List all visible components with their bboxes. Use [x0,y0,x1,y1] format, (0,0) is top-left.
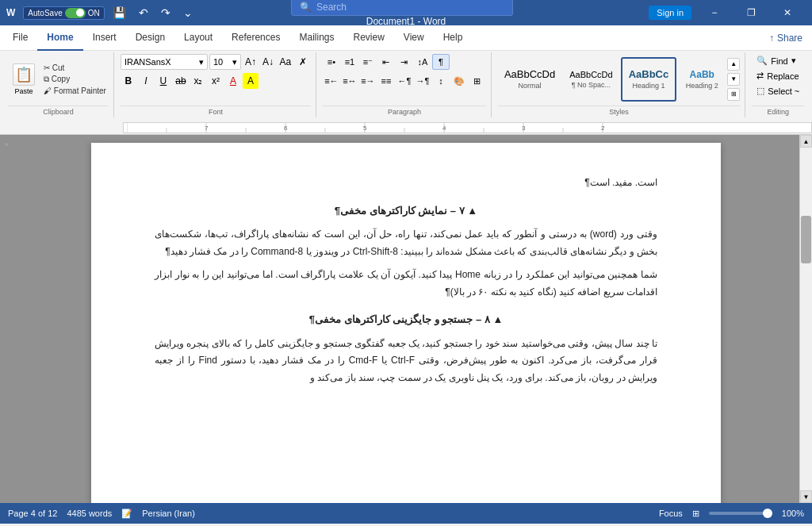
tab-references[interactable]: References [222,25,289,51]
search-icon: 🔍 [300,2,312,13]
scroll-up-button[interactable]: ▲ [800,135,812,148]
styles-group: AaBbCcDd Normal AaBbCcDd ¶ No Spac... Aa… [493,52,745,117]
heading-8: ▲ ۸ – جستجو و جایگزینی کاراکترهای مخفی¶ [155,310,657,328]
align-right-button[interactable]: ≡→ [359,73,377,89]
font-label: Font [121,106,311,116]
decrease-indent-button[interactable]: ⇤ [377,54,395,70]
find-button[interactable]: 🔍 Find ▾ [752,54,800,67]
scrollbar-track[interactable] [800,148,812,490]
tab-review[interactable]: Review [343,25,393,51]
minimize-button[interactable]: − [696,0,733,25]
undo-icon[interactable]: ↶ [136,5,151,21]
cut-button[interactable]: ✂ Cut [41,63,109,73]
justify-button[interactable]: ≡≡ [377,73,395,89]
redo-icon[interactable]: ↷ [158,5,174,21]
copy-button[interactable]: ⧉ Copy [41,74,109,85]
multilevel-button[interactable]: ≡⁻ [359,54,377,70]
page-container[interactable]: است. مفید. است¶ ▲ ۷ – نمایش کاراکترهای م… [13,135,799,503]
underline-button[interactable]: U [155,73,171,89]
svg-text:2: 2 [601,125,605,132]
autosave-badge[interactable]: AutoSave ON [23,6,104,20]
font-row2: B I U ab x₂ x² A A [121,73,259,89]
zoom-slider[interactable] [709,512,772,515]
autosave-toggle[interactable] [65,8,86,18]
bullets-button[interactable]: ≡• [323,54,340,70]
font-family-select[interactable]: IRANSansX ▾ [121,54,208,70]
find-dropdown-icon: ▾ [791,56,796,66]
share-button[interactable]: ↑ Share [763,29,809,47]
scroll-down-button[interactable]: ▼ [800,490,812,503]
tab-view[interactable]: View [394,25,434,51]
style-normal-label: Normal [519,82,542,90]
sign-in-button[interactable]: Sign in [649,6,691,20]
customize-icon[interactable]: ⌄ [180,5,196,21]
style-heading2[interactable]: AaBb Heading 2 [678,57,726,102]
focus-button[interactable]: Focus [659,509,683,518]
paragraph-content: ≡• ≡1 ≡⁻ ⇤ ⇥ ↕A ¶ ≡← ≡↔ ≡→ ≡≡ ←¶ →¶ ↕ 🎨 … [323,54,486,104]
document-page[interactable]: است. مفید. است¶ ▲ ۷ – نمایش کاراکترهای م… [91,143,721,503]
size-dropdown-icon: ▾ [232,57,237,67]
right-scrollbar[interactable]: ▲ ▼ [799,135,812,503]
align-center-button[interactable]: ≡↔ [341,73,358,89]
zoom-thumb[interactable] [763,509,772,518]
styles-scroll-down[interactable]: ▼ [727,73,740,86]
tab-mailings[interactable]: Mailings [289,25,343,51]
style-normal[interactable]: AaBbCcDd Normal [498,57,561,102]
align-left-button[interactable]: ≡← [323,73,340,89]
close-button[interactable]: ✕ [769,0,806,25]
save-icon[interactable]: 💾 [109,5,129,21]
superscript-button[interactable]: x² [208,73,224,89]
tab-insert[interactable]: Insert [83,25,126,51]
borders-button[interactable]: ⊞ [469,73,486,89]
ltr-button[interactable]: →¶ [414,73,431,89]
line-spacing-button[interactable]: ↕ [432,73,450,89]
strikethrough-button[interactable]: ab [173,73,189,89]
tab-file[interactable]: File [3,25,37,51]
svg-text:5: 5 [363,125,367,132]
shading-button[interactable]: 🎨 [450,73,468,89]
format-painter-button[interactable]: 🖌 Format Painter [41,86,109,96]
numbering-button[interactable]: ≡1 [341,54,358,70]
replace-icon: ⇄ [756,71,764,81]
status-bar: Page 4 of 12 4485 words 📝 Persian (Iran)… [0,503,812,524]
title-bar-left: W AutoSave ON 💾 ↶ ↷ ⌄ [6,5,273,21]
scrollbar-thumb[interactable] [801,216,811,263]
select-button[interactable]: ⬚ Select ~ [752,84,804,98]
restore-button[interactable]: ❐ [733,0,769,25]
share-label: Share [777,33,802,44]
svg-text:7: 7 [205,125,209,132]
sort-button[interactable]: ↕A [414,54,431,70]
style-heading1-preview: AaBbCc [629,68,669,80]
replace-button[interactable]: ⇄ Replace [752,69,803,83]
clipboard-content: 📋 Paste ✂ Cut ⧉ Copy 🖌 Format Painter [8,54,109,104]
font-size-select[interactable]: 10 ▾ [209,54,241,70]
show-formatting-button[interactable]: ¶ [432,54,450,70]
tab-help[interactable]: Help [434,25,473,51]
shrink-font-button[interactable]: A↓ [260,54,276,70]
change-case-button[interactable]: Aa [278,54,293,70]
tab-layout[interactable]: Layout [174,25,222,51]
styles-label: Styles [498,106,740,116]
paste-button[interactable]: 📋 Paste [8,60,40,98]
status-right: Focus ⊞ 100% [659,509,804,519]
language-indicator[interactable]: Persian (Iran) [142,509,195,518]
tab-home[interactable]: Home [37,25,82,51]
styles-expand[interactable]: ⊞ [727,88,740,101]
clear-format-button[interactable]: ✗ [295,54,311,70]
style-no-space[interactable]: AaBbCcDd ¶ No Spac... [563,57,619,102]
styles-scroll-up[interactable]: ▲ [727,58,740,71]
bold-button[interactable]: B [121,73,136,89]
subscript-button[interactable]: x₂ [190,73,206,89]
ruler-inner: 7 6 5 4 3 2 [123,122,812,133]
highlight-button[interactable]: A [243,73,259,89]
rtl-button[interactable]: ←¶ [396,73,413,89]
search-input[interactable] [316,2,475,13]
grow-font-button[interactable]: A↑ [243,54,259,70]
increase-indent-button[interactable]: ⇥ [396,54,413,70]
font-color-button[interactable]: A [225,73,241,89]
style-heading1[interactable]: AaBbCc Heading 1 [621,57,677,102]
search-bar[interactable]: 🔍 [291,0,513,16]
italic-button[interactable]: I [138,73,154,89]
tab-design[interactable]: Design [126,25,174,51]
replace-label: Replace [767,71,799,81]
